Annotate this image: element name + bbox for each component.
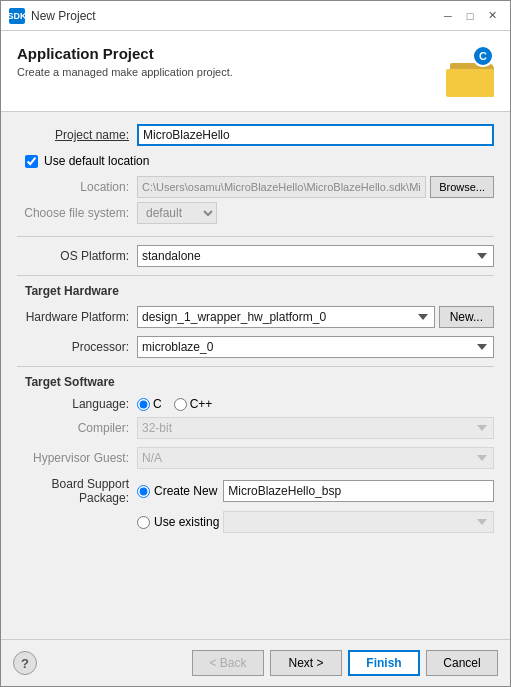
hypervisor-guest-label: Hypervisor Guest: (17, 451, 137, 465)
compiler-row: Compiler: 32-bit (17, 417, 494, 439)
next-button[interactable]: Next > (270, 650, 342, 676)
language-cpp-option[interactable]: C++ (174, 397, 213, 411)
language-c-option[interactable]: C (137, 397, 162, 411)
bsp-name-input[interactable] (223, 480, 494, 502)
hardware-platform-label: Hardware Platform: (17, 310, 137, 324)
use-default-location-label: Use default location (44, 154, 149, 168)
cancel-button[interactable]: Cancel (426, 650, 498, 676)
language-c-radio[interactable] (137, 398, 150, 411)
app-icon: SDK (9, 8, 25, 24)
divider-2 (17, 275, 494, 276)
form-section: Project name: Use default location Locat… (1, 112, 510, 639)
footer: ? < Back Next > Finish Cancel (1, 639, 510, 686)
finish-button[interactable]: Finish (348, 650, 420, 676)
target-hardware-title: Target Hardware (17, 284, 494, 298)
location-label: Location: (17, 180, 137, 194)
language-cpp-radio[interactable] (174, 398, 187, 411)
back-button[interactable]: < Back (192, 650, 264, 676)
folder-front-icon (446, 69, 494, 97)
browse-button[interactable]: Browse... (430, 176, 494, 198)
bsp-label: Board Support Package: (17, 477, 137, 505)
page-title: Application Project (17, 45, 233, 62)
project-name-label: Project name: (17, 128, 137, 142)
filesystem-select[interactable]: default (137, 202, 217, 224)
hardware-platform-select[interactable]: design_1_wrapper_hw_platform_0 (137, 306, 435, 328)
bsp-create-new-radio[interactable] (137, 485, 150, 498)
divider-1 (17, 236, 494, 237)
project-name-input[interactable] (137, 124, 494, 146)
divider-3 (17, 366, 494, 367)
header-section: Application Project Create a managed mak… (1, 31, 510, 112)
project-name-row: Project name: (17, 124, 494, 146)
dialog-title: New Project (31, 9, 432, 23)
os-platform-select[interactable]: standalone (137, 245, 494, 267)
maximize-button[interactable]: □ (460, 6, 480, 26)
title-bar: SDK New Project ─ □ ✕ (1, 1, 510, 31)
language-cpp-label: C++ (190, 397, 213, 411)
target-software-title: Target Software (17, 375, 494, 389)
language-c-label: C (153, 397, 162, 411)
page-subtitle: Create a managed make application projec… (17, 66, 233, 78)
header-icon: C (442, 45, 494, 97)
os-platform-label: OS Platform: (17, 249, 137, 263)
bsp-existing-label: Use existing (154, 515, 219, 529)
footer-left: ? (13, 651, 37, 675)
language-label: Language: (17, 397, 137, 411)
language-radio-group: C C++ (137, 397, 212, 411)
location-row: Location: Browse... (17, 176, 494, 198)
footer-right: < Back Next > Finish Cancel (192, 650, 498, 676)
compiler-label: Compiler: (17, 421, 137, 435)
bsp-create-new-row: Board Support Package: Create New (17, 477, 494, 505)
minimize-button[interactable]: ─ (438, 6, 458, 26)
language-row: Language: C C++ (17, 397, 494, 411)
use-default-location-checkbox[interactable] (25, 155, 38, 168)
processor-select[interactable]: microblaze_0 (137, 336, 494, 358)
hypervisor-guest-select: N/A (137, 447, 494, 469)
bsp-existing-row: Use existing (17, 511, 494, 533)
processor-row: Processor: microblaze_0 (17, 336, 494, 358)
window-controls: ─ □ ✕ (438, 6, 502, 26)
filesystem-label: Choose file system: (17, 206, 137, 220)
help-button[interactable]: ? (13, 651, 37, 675)
close-button[interactable]: ✕ (482, 6, 502, 26)
location-input (137, 176, 426, 198)
processor-label: Processor: (17, 340, 137, 354)
bsp-existing-option[interactable]: Use existing (137, 515, 219, 529)
c-language-icon: C (472, 45, 494, 67)
use-default-location-row: Use default location (17, 154, 494, 168)
bsp-existing-radio[interactable] (137, 516, 150, 529)
new-hardware-button[interactable]: New... (439, 306, 494, 328)
bsp-create-new-label: Create New (154, 484, 217, 498)
bsp-existing-select (223, 511, 494, 533)
bsp-content: Create New (137, 480, 494, 502)
hardware-platform-row: Hardware Platform: design_1_wrapper_hw_p… (17, 306, 494, 328)
filesystem-row: Choose file system: default (17, 202, 494, 224)
bsp-create-new-option[interactable]: Create New (137, 484, 217, 498)
compiler-select: 32-bit (137, 417, 494, 439)
new-project-dialog: SDK New Project ─ □ ✕ Application Projec… (0, 0, 511, 687)
header-text: Application Project Create a managed mak… (17, 45, 233, 78)
hypervisor-guest-row: Hypervisor Guest: N/A (17, 447, 494, 469)
bsp-existing-content: Use existing (137, 511, 494, 533)
os-platform-row: OS Platform: standalone (17, 245, 494, 267)
